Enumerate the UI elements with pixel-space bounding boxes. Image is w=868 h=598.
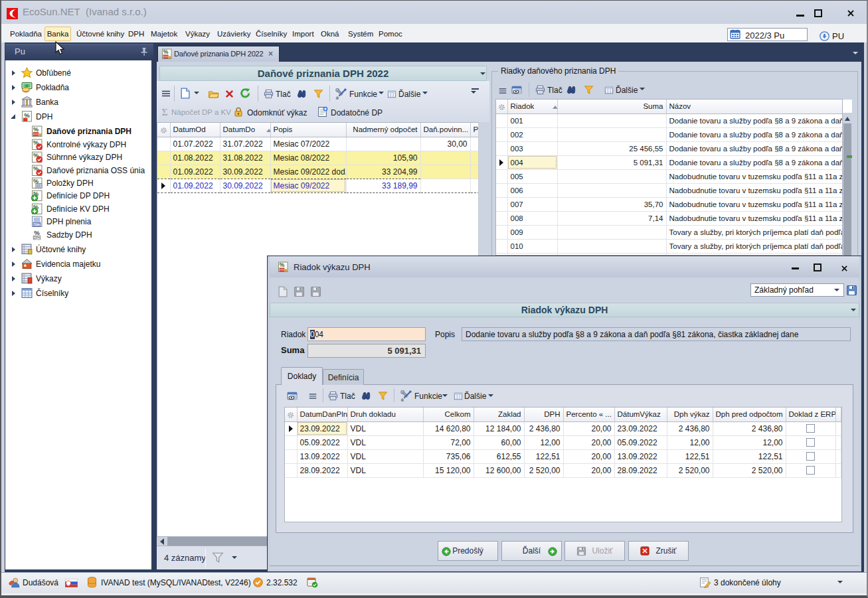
svg-text:DPH: DPH	[33, 222, 41, 226]
svg-text:DPH: DPH	[33, 236, 41, 240]
svg-text:%: %	[34, 229, 40, 236]
